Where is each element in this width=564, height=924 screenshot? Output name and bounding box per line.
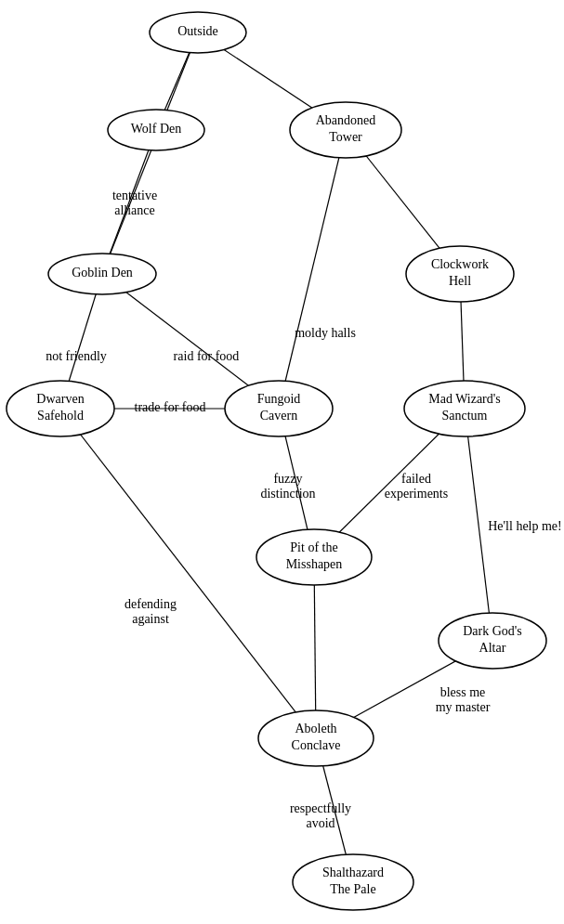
edge-label-abandoned-tower-fungoid-cavern: moldy halls	[295, 326, 356, 340]
node-label-wolf-den: Wolf Den	[131, 122, 181, 136]
edge-label-aboleth-shalthazard: respectfullyavoid	[290, 801, 351, 830]
edge-label-dark-god-aboleth: bless memy master	[436, 685, 491, 714]
graph-diagram: tentativealliancemoldy hallsnot friendly…	[0, 0, 564, 924]
edge-label-goblin-den-fungoid-cavern: raid for food	[174, 349, 240, 363]
edge-abandoned-tower-fungoid-cavern	[279, 130, 346, 409]
edge-label-outside-goblin-den: tentativealliance	[112, 189, 157, 217]
node-label-goblin-den: Goblin Den	[72, 266, 133, 280]
edge-label-dwarven-safehold-fungoid-cavern: trade for food	[135, 400, 206, 414]
edge-label-fungoid-cavern-pit-misshapen: fuzzydistinction	[260, 472, 315, 501]
edge-label-goblin-den-dwarven-safehold: not friendly	[46, 349, 107, 363]
edge-label-mad-wizard-dark-god: He'll help me!	[488, 519, 562, 533]
edge-outside-goblin-den	[102, 33, 198, 274]
edge-label-dwarven-safehold-aboleth: defendingagainst	[125, 597, 177, 626]
edge-label-mad-wizard-pit-misshapen: failedexperiments	[385, 472, 448, 501]
node-label-outside: Outside	[177, 24, 218, 38]
